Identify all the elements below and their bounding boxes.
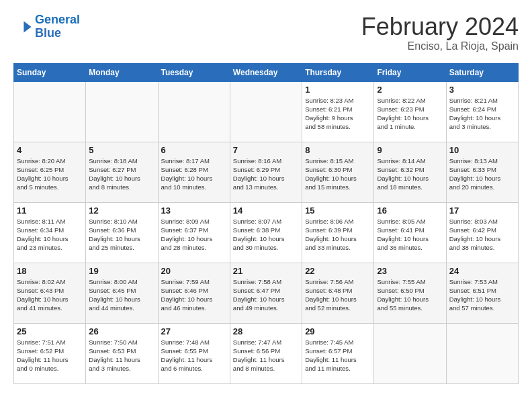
day-info: Sunrise: 8:16 AM Sunset: 6:29 PM Dayligh… [233,156,299,192]
day-info: Sunrise: 8:14 AM Sunset: 6:32 PM Dayligh… [377,156,443,192]
day-number: 29 [305,326,371,336]
day-number: 23 [377,266,443,276]
calendar-cell: 19Sunrise: 8:00 AM Sunset: 6:45 PM Dayli… [86,263,158,323]
calendar-cell [230,81,302,142]
day-number: 19 [89,266,154,276]
calendar-week-4: 18Sunrise: 8:02 AM Sunset: 6:43 PM Dayli… [14,263,519,323]
calendar-cell: 24Sunrise: 7:53 AM Sunset: 6:51 PM Dayli… [446,263,518,323]
weekday-header-sunday: Sunday [14,63,86,81]
weekday-header-row: SundayMondayTuesdayWednesdayThursdayFrid… [14,63,519,81]
calendar-week-1: 1Sunrise: 8:23 AM Sunset: 6:21 PM Daylig… [14,81,519,142]
day-info: Sunrise: 8:21 AM Sunset: 6:24 PM Dayligh… [449,96,515,132]
day-number: 18 [17,266,83,276]
day-number: 10 [449,145,515,155]
day-number: 16 [377,205,443,216]
day-number: 2 [377,85,443,95]
calendar-cell: 9Sunrise: 8:14 AM Sunset: 6:32 PM Daylig… [374,142,446,202]
day-number: 26 [89,326,154,336]
day-number: 4 [17,145,83,155]
day-info: Sunrise: 8:09 AM Sunset: 6:37 PM Dayligh… [161,217,227,253]
location: Enciso, La Rioja, Spain [361,40,519,52]
day-number: 14 [233,205,299,216]
day-info: Sunrise: 8:22 AM Sunset: 6:23 PM Dayligh… [377,96,443,132]
calendar-week-3: 11Sunrise: 8:11 AM Sunset: 6:34 PM Dayli… [14,202,519,263]
calendar-cell: 27Sunrise: 7:48 AM Sunset: 6:55 PM Dayli… [158,323,230,383]
day-info: Sunrise: 8:17 AM Sunset: 6:28 PM Dayligh… [161,156,227,192]
day-info: Sunrise: 7:53 AM Sunset: 6:51 PM Dayligh… [449,277,515,313]
day-number: 27 [161,326,227,336]
day-number: 9 [377,145,443,155]
weekday-header-thursday: Thursday [302,63,374,81]
calendar-cell: 25Sunrise: 7:51 AM Sunset: 6:52 PM Dayli… [14,323,86,383]
day-number: 28 [233,326,299,336]
logo-general: General [35,13,80,26]
day-number: 11 [17,205,83,216]
svg-marker-2 [28,21,32,24]
calendar-cell: 5Sunrise: 8:18 AM Sunset: 6:27 PM Daylig… [86,142,158,202]
calendar-cell: 4Sunrise: 8:20 AM Sunset: 6:25 PM Daylig… [14,142,86,202]
day-number: 17 [449,205,515,216]
day-number: 21 [233,266,299,276]
day-number: 5 [89,145,154,155]
day-info: Sunrise: 7:58 AM Sunset: 6:47 PM Dayligh… [233,277,299,313]
day-number: 6 [161,145,227,155]
day-number: 3 [449,85,515,95]
day-info: Sunrise: 7:50 AM Sunset: 6:53 PM Dayligh… [89,338,154,373]
calendar-cell: 17Sunrise: 8:03 AM Sunset: 6:42 PM Dayli… [446,202,518,263]
day-info: Sunrise: 8:11 AM Sunset: 6:34 PM Dayligh… [17,217,83,253]
day-info: Sunrise: 8:02 AM Sunset: 6:43 PM Dayligh… [17,277,83,313]
calendar-cell [446,323,518,383]
calendar-cell: 14Sunrise: 8:07 AM Sunset: 6:38 PM Dayli… [230,202,302,263]
calendar-cell: 8Sunrise: 8:15 AM Sunset: 6:30 PM Daylig… [302,142,374,202]
day-info: Sunrise: 8:00 AM Sunset: 6:45 PM Dayligh… [89,277,154,313]
calendar-cell: 3Sunrise: 8:21 AM Sunset: 6:24 PM Daylig… [446,81,518,142]
day-number: 25 [17,326,83,336]
day-info: Sunrise: 8:13 AM Sunset: 6:33 PM Dayligh… [449,156,515,192]
title-block: February 2024 Enciso, La Rioja, Spain [361,13,519,52]
calendar-cell: 18Sunrise: 8:02 AM Sunset: 6:43 PM Dayli… [14,263,86,323]
calendar-cell: 6Sunrise: 8:17 AM Sunset: 6:28 PM Daylig… [158,142,230,202]
calendar-cell [158,81,230,142]
calendar-cell: 15Sunrise: 8:06 AM Sunset: 6:39 PM Dayli… [302,202,374,263]
day-info: Sunrise: 7:48 AM Sunset: 6:55 PM Dayligh… [161,338,227,373]
month-title: February 2024 [361,13,519,40]
calendar-cell: 10Sunrise: 8:13 AM Sunset: 6:33 PM Dayli… [446,142,518,202]
day-number: 15 [305,205,371,216]
calendar-cell [86,81,158,142]
calendar-cell: 13Sunrise: 8:09 AM Sunset: 6:37 PM Dayli… [158,202,230,263]
day-info: Sunrise: 7:51 AM Sunset: 6:52 PM Dayligh… [17,338,83,373]
weekday-header-saturday: Saturday [446,63,518,81]
weekday-header-wednesday: Wednesday [230,63,302,81]
page-header: General Blue February 2024 Enciso, La Ri… [13,13,519,52]
calendar-cell: 2Sunrise: 8:22 AM Sunset: 6:23 PM Daylig… [374,81,446,142]
calendar-cell [374,323,446,383]
day-info: Sunrise: 8:23 AM Sunset: 6:21 PM Dayligh… [305,96,371,132]
day-info: Sunrise: 8:20 AM Sunset: 6:25 PM Dayligh… [17,156,83,192]
day-number: 22 [305,266,371,276]
logo-blue: Blue [35,26,61,40]
calendar-cell: 21Sunrise: 7:58 AM Sunset: 6:47 PM Dayli… [230,263,302,323]
day-number: 8 [305,145,371,155]
day-info: Sunrise: 7:45 AM Sunset: 6:57 PM Dayligh… [305,338,371,373]
day-info: Sunrise: 8:18 AM Sunset: 6:27 PM Dayligh… [89,156,154,192]
day-number: 12 [89,205,154,216]
day-number: 20 [161,266,227,276]
day-info: Sunrise: 8:03 AM Sunset: 6:42 PM Dayligh… [449,217,515,253]
day-info: Sunrise: 7:55 AM Sunset: 6:50 PM Dayligh… [377,277,443,313]
weekday-header-monday: Monday [86,63,158,81]
logo-text: General Blue [35,13,80,40]
day-info: Sunrise: 8:05 AM Sunset: 6:41 PM Dayligh… [377,217,443,253]
day-info: Sunrise: 7:56 AM Sunset: 6:48 PM Dayligh… [305,277,371,313]
logo: General Blue [13,13,80,40]
calendar-cell: 29Sunrise: 7:45 AM Sunset: 6:57 PM Dayli… [302,323,374,383]
svg-marker-1 [24,21,31,32]
calendar-cell: 12Sunrise: 8:10 AM Sunset: 6:36 PM Dayli… [86,202,158,263]
logo-icon [13,17,32,36]
calendar-week-5: 25Sunrise: 7:51 AM Sunset: 6:52 PM Dayli… [14,323,519,383]
day-number: 1 [305,85,371,95]
day-info: Sunrise: 7:47 AM Sunset: 6:56 PM Dayligh… [233,338,299,373]
calendar-week-2: 4Sunrise: 8:20 AM Sunset: 6:25 PM Daylig… [14,142,519,202]
calendar-cell: 7Sunrise: 8:16 AM Sunset: 6:29 PM Daylig… [230,142,302,202]
calendar-cell: 16Sunrise: 8:05 AM Sunset: 6:41 PM Dayli… [374,202,446,263]
day-info: Sunrise: 7:59 AM Sunset: 6:46 PM Dayligh… [161,277,227,313]
